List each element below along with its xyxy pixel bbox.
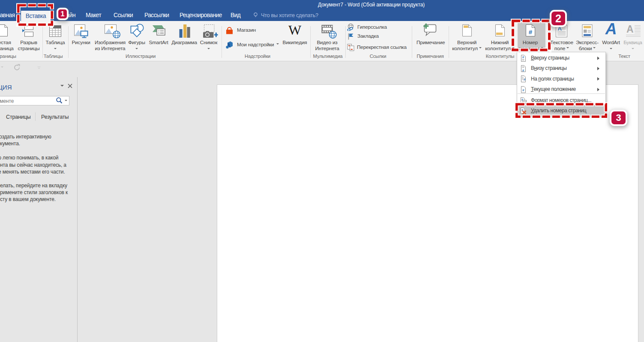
svg-text:#: #	[522, 88, 524, 92]
svg-text:#: #	[522, 68, 524, 72]
svg-text:A: A	[557, 25, 562, 32]
svg-text:#: #	[522, 55, 524, 59]
svg-text:#: #	[524, 78, 526, 81]
svg-text:#: #	[528, 28, 532, 36]
svg-text:A: A	[626, 24, 634, 35]
